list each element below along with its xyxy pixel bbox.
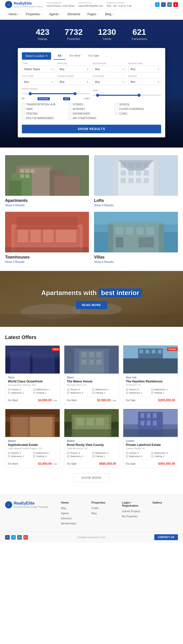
feature-ac-checkbox[interactable] [68,117,71,120]
offer-card-6[interactable]: London Private Lakefront Estate Canley P… [123,409,178,468]
youtube-icon[interactable]: ▶ [173,2,178,7]
bedrooms-icon-2 [67,392,69,394]
bathrooms-icon-4 [33,452,36,454]
rooms-select[interactable]: Any [128,78,161,85]
area-handle-left[interactable] [96,94,99,97]
svg-rect-27 [144,178,149,183]
offer-4-city: Madrid [8,440,57,442]
offer-3-specs: Rooms 5 Bathrooms 1 Bedrooms 2 [126,388,175,394]
feature-wardrobes-checkbox[interactable] [22,117,25,120]
offer-5-address: Calle del Arenal, 107 [67,447,116,450]
top-bar: ⌂ RealtyElite Powerful Real Estate Theme… [0,0,183,9]
offer-card-5[interactable]: Madrid Rural Rocky View County Calle del… [64,409,119,468]
footer-link-memberships: Memberships [61,521,86,525]
feature-floor-checkbox[interactable] [115,107,118,110]
nav-properties[interactable]: Properties ▾ [22,9,45,20]
svg-rect-96 [141,421,144,425]
offer-card-2[interactable]: Miami The Manor House Biscayne Blvd, 475… [64,345,119,405]
footer-twitter-icon[interactable]: 𝕏 [11,535,16,540]
offer-1-name: World Class Oceanfront [8,380,57,383]
offer-card-3[interactable]: PROMO New York The Hazelton Residences W… [123,345,178,405]
offers-grid: NEW Tokyo World Class Oceanfront Saruyak… [5,345,178,468]
search-tab-all[interactable]: All [54,52,65,60]
twitter-icon[interactable]: 𝕏 [155,2,160,7]
bathrooms-icon-6 [151,452,154,454]
feature-park: PARK [22,107,67,110]
feature-transportation: TRANSPORTATION HUB [22,103,67,106]
footer-google-icon[interactable]: G+ [23,535,28,540]
svg-rect-81 [5,410,60,417]
facebook-icon[interactable]: f [161,2,166,7]
svg-rect-87 [87,418,94,426]
svg-rect-64 [96,352,101,357]
svg-rect-11 [25,174,29,178]
area-label: AREA [93,89,161,92]
footer-facebook-icon[interactable]: f [5,535,10,540]
property-card-villas[interactable]: Villas Show 3 Results [94,212,178,263]
footer: ⌂ RealtyElite Powerful Real Estate Templ… [0,495,183,543]
contact-us-button[interactable]: CONTACT US [154,534,178,540]
feature-transportation-checkbox[interactable] [22,103,25,106]
nav-elements[interactable]: Elements [64,9,84,20]
feature-school-checkbox[interactable] [115,103,118,106]
nav-agents[interactable]: Agents ▾ [45,9,64,20]
offer-3-price: $200,000.00 [158,398,175,402]
offer-4-specs: Rooms 4 Bathrooms 1 Bedrooms 2 [8,452,57,458]
feature-internet-checkbox[interactable] [68,107,71,110]
logo[interactable]: ⌂ RealtyElite Powerful Real Estate Theme [5,1,43,8]
vk-icon[interactable]: vk [167,2,172,7]
villas-results[interactable]: Show 3 Results [94,260,178,263]
living-select[interactable]: Any [57,78,90,85]
plot-select[interactable]: Any [22,78,55,85]
area-handle-right[interactable] [138,94,141,97]
location-select[interactable]: Select Location ▾ [22,52,51,60]
search-tab-sale[interactable]: For Sale [84,52,103,60]
offer-4-status: For Rent [8,462,18,465]
property-card-apartments[interactable]: Apartments Show 5 Results [5,155,89,207]
range-handle-left[interactable] [29,92,32,95]
nav-pages-arrow: ▾ [97,13,98,15]
parking-select[interactable]: Any [57,66,90,72]
kitchens-select[interactable]: Any [93,78,126,85]
bathrooms-select[interactable]: Any [128,66,161,72]
offer-card-4[interactable]: Madrid Sophisticated Estate Calle Manuel… [5,409,60,468]
property-card-townhouses[interactable]: Townhouses Show 3 Results [5,212,89,263]
stats-bar: 423 Ratings 7732 Properties 1230 Clients… [5,27,178,40]
footer-vk-icon[interactable]: vk [17,535,22,540]
footer-col-login: Login / Registration Submit Property My … [122,501,147,526]
nav-home[interactable]: Home ▾ [5,9,22,20]
feature-stores-checkbox[interactable] [68,103,71,106]
offer-card-1[interactable]: NEW Tokyo World Class Oceanfront Saruyak… [5,345,60,405]
townhouses-results[interactable]: Show 3 Results [5,260,89,263]
banner-read-more-button[interactable]: READ MORE [76,301,107,309]
range-slider [22,93,90,94]
offer-1-body: Tokyo World Class Oceanfront Saruyakucho… [5,374,60,405]
show-more-button[interactable]: SHOW MORE [73,473,109,482]
feature-fencing-checkbox[interactable] [22,112,25,115]
show-results-button[interactable]: SHOW RESULTS [22,125,161,133]
search-tab-rent[interactable]: For Rent [65,52,84,60]
feature-park-checkbox[interactable] [22,107,25,110]
footer-logo-lockup[interactable]: ⌂ RealtyElite Powerful Real Estate Templ… [5,501,56,508]
offer-5-specs: Rooms 4 Bathrooms 2 Bedrooms 3 [67,452,116,458]
property-card-lofts[interactable]: Lofts Show 5 Results [94,155,178,207]
type-select[interactable]: Select Types [22,66,55,72]
plot-select-wrap: Any [22,78,55,85]
apartments-results[interactable]: Show 5 Results [5,204,89,207]
offer-2-footer: For Rent $2,500.00 / mo [67,396,116,402]
nav-blog[interactable]: Blog ▾ [102,9,117,20]
svg-rect-31 [17,217,78,230]
feature-dishwasher-checkbox[interactable] [68,112,71,115]
spec-bathrooms: Bathrooms 1 [33,388,57,391]
range-handle-right[interactable] [73,92,77,95]
kitchens-label: KITCHENS [93,75,126,77]
lofts-results[interactable]: Show 5 Results [94,204,178,207]
nav-pages[interactable]: Pages ▾ [84,9,102,20]
offer-6-city: London [126,440,175,442]
stat-ratings-label: Ratings [36,37,49,40]
villas-title: Villas [94,255,178,260]
offer-1-city: Tokyo [8,376,57,379]
bedrooms-select[interactable]: Any [93,66,126,72]
nav-agents-arrow: ▾ [59,13,60,15]
feature-clinic-checkbox[interactable] [115,112,118,115]
